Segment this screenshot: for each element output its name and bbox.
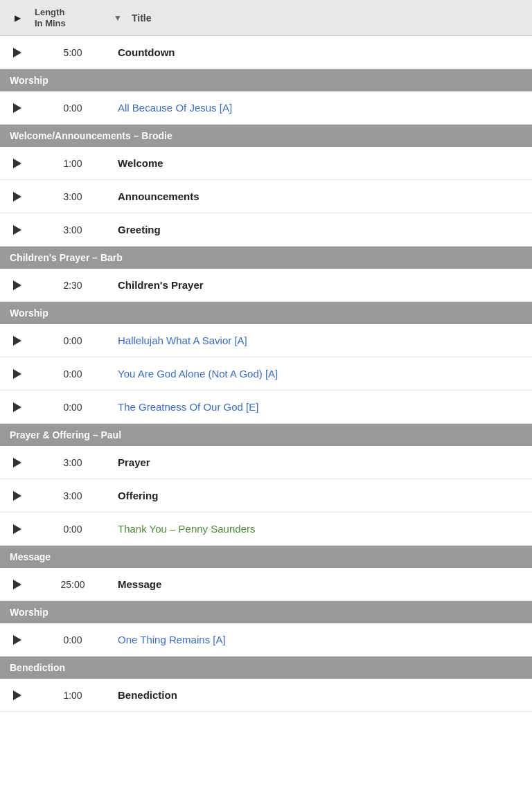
length-cell: 5:00: [35, 47, 111, 58]
table-row: 3:00Greeting: [0, 213, 532, 247]
play-button[interactable]: [13, 690, 21, 700]
title-text: Children's Prayer: [118, 279, 204, 291]
table-header: ▶ LengthIn Mins ▼ Title: [0, 0, 532, 36]
title-cell: Greeting: [111, 224, 532, 235]
table-row: 25:00Message: [0, 568, 532, 601]
length-header-label: LengthIn Mins: [35, 7, 66, 28]
table-row: 0:00One Thing Remains [A]: [0, 623, 532, 657]
length-cell: 25:00: [35, 579, 111, 590]
title-text: All Because Of Jesus [A]: [118, 102, 232, 114]
play-button[interactable]: [13, 580, 21, 589]
table-row: 3:00Offering: [0, 479, 532, 513]
play-button-cell: [0, 192, 35, 202]
title-text: You Are God Alone (Not A God) [A]: [118, 368, 278, 380]
play-button-cell: [0, 458, 35, 467]
play-button-cell: [0, 369, 35, 379]
table-row: 5:00Countdown: [0, 36, 532, 69]
length-cell: 3:00: [35, 224, 111, 235]
length-cell: 0:00: [35, 402, 111, 413]
title-cell: Welcome: [111, 157, 532, 169]
title-cell: Announcements: [111, 190, 532, 202]
title-text: Announcements: [118, 190, 200, 202]
title-text: Greeting: [118, 224, 161, 235]
title-text: Hallelujah What A Savior [A]: [118, 335, 247, 346]
play-button-cell: [0, 635, 35, 645]
play-button[interactable]: [13, 192, 21, 202]
title-cell: Message: [111, 578, 532, 590]
play-button-cell: [0, 524, 35, 534]
play-button[interactable]: [13, 491, 21, 501]
section-header: Worship: [0, 302, 532, 324]
play-button-cell: [0, 491, 35, 501]
play-button-cell: [0, 580, 35, 589]
table-row: 0:00Hallelujah What A Savior [A]: [0, 324, 532, 357]
section-header: Worship: [0, 601, 532, 623]
play-button[interactable]: [13, 402, 21, 412]
title-cell: Prayer: [111, 456, 532, 468]
table-row: 3:00Prayer: [0, 446, 532, 479]
length-cell: 0:00: [35, 103, 111, 114]
play-button[interactable]: [13, 524, 21, 534]
title-text: Message: [118, 578, 161, 590]
play-button[interactable]: [13, 369, 21, 379]
play-column-header: ▶: [0, 13, 35, 23]
title-cell: All Because Of Jesus [A]: [111, 102, 532, 114]
title-text: Offering: [118, 490, 158, 501]
table-row: 0:00The Greatness Of Our God [E]: [0, 391, 532, 424]
title-cell: Countdown: [111, 46, 532, 58]
length-cell: 0:00: [35, 634, 111, 645]
length-cell: 1:00: [35, 690, 111, 701]
title-cell: One Thing Remains [A]: [111, 634, 532, 645]
table-row: 0:00Thank You – Penny Saunders: [0, 513, 532, 546]
table-row: 1:00Benediction: [0, 679, 532, 712]
play-button-cell: [0, 159, 35, 168]
title-text: Thank You – Penny Saunders: [118, 523, 256, 535]
title-text: Welcome: [118, 157, 163, 169]
length-column-header: LengthIn Mins: [35, 7, 111, 28]
table-body: 5:00CountdownWorship0:00All Because Of J…: [0, 36, 532, 712]
play-button[interactable]: [13, 336, 21, 346]
section-header: Welcome/Announcements – Brodie: [0, 125, 532, 147]
title-cell: Hallelujah What A Savior [A]: [111, 335, 532, 346]
title-text: The Greatness Of Our God [E]: [118, 401, 258, 413]
play-button[interactable]: [13, 458, 21, 467]
section-header: Worship: [0, 69, 532, 91]
table-row: 2:30Children's Prayer: [0, 269, 532, 302]
length-cell: 0:00: [35, 524, 111, 535]
section-header: Children's Prayer – Barb: [0, 247, 532, 269]
title-header-label: Title: [132, 12, 152, 24]
length-cell: 3:00: [35, 490, 111, 501]
title-column-header: Title: [125, 12, 532, 24]
play-button[interactable]: [13, 635, 21, 645]
table-row: 0:00All Because Of Jesus [A]: [0, 91, 532, 125]
play-button-cell: [0, 690, 35, 700]
title-cell: The Greatness Of Our God [E]: [111, 401, 532, 413]
length-cell: 3:00: [35, 191, 111, 202]
play-button[interactable]: [13, 103, 21, 113]
length-cell: 0:00: [35, 368, 111, 380]
title-cell: Offering: [111, 490, 532, 501]
section-header: Message: [0, 546, 532, 568]
play-button[interactable]: [13, 48, 21, 57]
play-button[interactable]: [13, 225, 21, 235]
play-header-icon[interactable]: ▶: [15, 13, 21, 23]
sort-arrow[interactable]: ▼: [111, 13, 125, 23]
play-button-cell: [0, 402, 35, 412]
play-button-cell: [0, 336, 35, 346]
title-text: One Thing Remains [A]: [118, 634, 226, 645]
title-text: Countdown: [118, 46, 175, 58]
play-button[interactable]: [13, 159, 21, 168]
title-text: Prayer: [118, 456, 150, 468]
length-cell: 1:00: [35, 158, 111, 169]
length-cell: 2:30: [35, 280, 111, 291]
title-cell: Children's Prayer: [111, 279, 532, 291]
length-cell: 3:00: [35, 457, 111, 468]
table-row: 0:00You Are God Alone (Not A God) [A]: [0, 357, 532, 391]
title-text: Benediction: [118, 689, 177, 701]
play-button[interactable]: [13, 280, 21, 290]
title-cell: Benediction: [111, 689, 532, 701]
length-cell: 0:00: [35, 335, 111, 346]
table-row: 3:00Announcements: [0, 180, 532, 213]
table-row: 1:00Welcome: [0, 147, 532, 180]
play-button-cell: [0, 48, 35, 57]
